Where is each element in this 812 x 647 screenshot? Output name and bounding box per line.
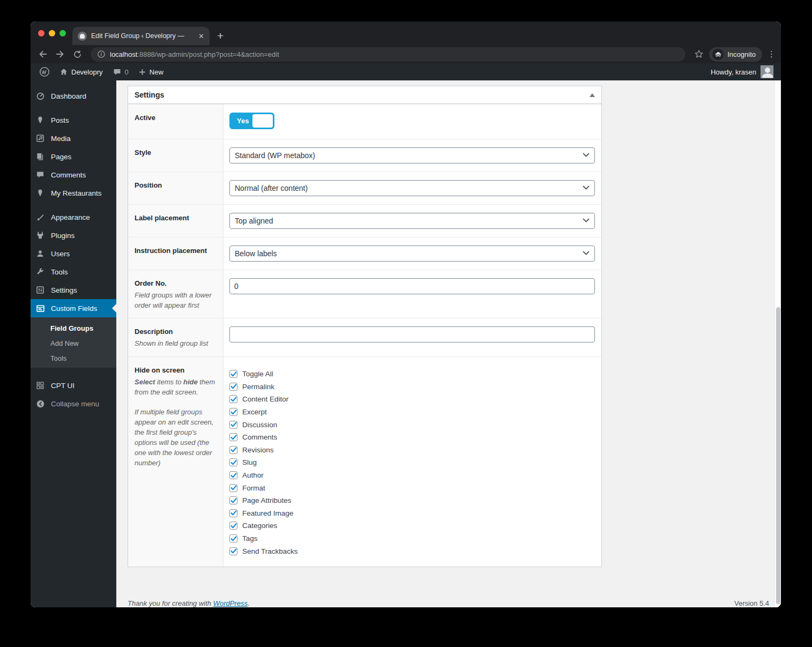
hide-on-screen-options: Toggle All Permalink Content Editor [229,365,595,559]
minimize-window-button[interactable] [49,30,55,36]
hide-option-label: Content Editor [242,395,288,403]
field-label: Label placement [135,214,217,222]
hide-option-row[interactable]: Comments [229,431,595,444]
new-content-button[interactable]: New [134,63,168,80]
howdy-text[interactable]: Howdy, krasen [711,68,756,76]
submenu-tools[interactable]: Tools [31,351,116,366]
checkbox-checked-icon[interactable] [229,534,237,542]
checkbox-checked-icon[interactable] [229,471,237,479]
hide-option-row[interactable]: Featured Image [229,507,595,520]
hide-option-row[interactable]: Format [229,481,595,494]
hide-option-row[interactable]: Excerpt [229,406,595,419]
hide-option-row[interactable]: Toggle All [229,368,595,381]
browser-tab[interactable]: Edit Field Group ‹ Developry — ✕ [72,27,210,45]
sidebar-item-plugins[interactable]: Plugins [31,226,116,244]
submenu-add-new[interactable]: Add New [31,336,116,351]
tab-close-icon[interactable]: ✕ [198,32,204,40]
hide-option-row[interactable]: Revisions [229,444,595,457]
sidebar-item-settings[interactable]: Settings [31,281,116,299]
field-row-style: Style Standard (WP metabox) [128,139,601,172]
hide-option-row[interactable]: Permalink [229,381,595,393]
user-avatar[interactable] [761,65,773,78]
scrollbar-thumb[interactable] [776,307,780,604]
media-icon [35,134,46,143]
hide-option-row[interactable]: Content Editor [229,393,595,406]
checkbox-checked-icon[interactable] [229,496,237,504]
url-bar[interactable]: localhost:8888/wp-admin/post.php?post=4&… [91,47,686,62]
sidebar-item-cpt-ui[interactable]: CPT UI [31,376,116,395]
position-select[interactable]: Normal (after content) [229,180,595,196]
hide-option-row[interactable]: Author [229,469,595,482]
checkbox-checked-icon[interactable] [229,433,237,441]
hide-option-row[interactable]: Discussion [229,418,595,431]
select-value: Below labels [235,249,277,258]
checkbox-checked-icon[interactable] [229,383,237,391]
sidebar-item-pages[interactable]: Pages [31,147,116,166]
plugins-icon [35,231,46,240]
footer-thanks: Thank you for creating with WordPress. [128,599,250,607]
close-window-button[interactable] [38,30,44,36]
hide-option-row[interactable]: Categories [229,519,595,532]
field-row-instruction-placement: Instruction placement Below labels [128,237,601,270]
browser-menu-icon[interactable]: ⋮ [768,49,776,59]
checkbox-checked-icon[interactable] [229,446,237,454]
site-favicon [78,32,87,41]
collapse-arrow-icon [35,399,46,408]
back-icon[interactable] [36,47,50,61]
description-input[interactable] [229,326,595,343]
forward-icon[interactable] [53,47,67,61]
settings-panel-header[interactable]: Settings [128,86,601,104]
checkbox-checked-icon[interactable] [229,522,237,530]
sidebar-item-posts[interactable]: Posts [31,111,116,129]
instruction-placement-select[interactable]: Below labels [229,246,595,262]
screenshot-stage: Edit Field Group ‹ Developry — ✕ + local… [0,0,812,647]
checkbox-checked-icon[interactable] [229,458,237,466]
wp-logo-icon[interactable] [35,63,54,80]
sidebar-item-tools[interactable]: Tools [31,263,116,281]
sidebar-item-my-restaurants[interactable]: My Restaurants [31,184,116,202]
checkbox-checked-icon[interactable] [229,370,237,378]
new-tab-button[interactable]: + [217,30,224,41]
order-input[interactable] [229,278,595,294]
toggle-knob[interactable] [252,114,273,128]
bookmark-star-icon[interactable] [692,47,706,61]
appearance-brush-icon [35,213,46,221]
label-placement-select[interactable]: Top aligned [229,213,595,229]
field-row-position: Position Normal (after content) [128,172,601,204]
sidebar-item-users[interactable]: Users [31,244,116,263]
active-toggle[interactable]: Yes [229,113,274,129]
pushpin-icon [35,116,46,124]
custom-fields-submenu: Field Groups Add New Tools [31,317,116,368]
style-select[interactable]: Standard (WP metabox) [229,147,595,163]
zoom-window-button[interactable] [59,30,66,36]
hide-option-row[interactable]: Slug [229,456,595,469]
browser-tabstrip: Edit Field Group ‹ Developry — ✕ + [31,21,781,45]
sidebar-item-dashboard[interactable]: Dashboard [31,87,116,105]
page-scrollbar[interactable] [774,80,781,607]
checkbox-checked-icon[interactable] [229,395,237,403]
reload-icon[interactable] [70,47,84,61]
plus-icon [138,68,146,76]
collapse-menu-button[interactable]: Collapse menu [31,395,116,413]
hide-option-label: Format [242,484,265,492]
field-description: Field groups with a lower order will app… [135,290,217,310]
sidebar-item-media[interactable]: Media [31,129,116,147]
chevron-down-icon [583,251,590,256]
wordpress-link[interactable]: WordPress [213,599,248,607]
checkbox-checked-icon[interactable] [229,408,237,416]
field-label: Instruction placement [135,247,217,255]
site-link[interactable]: Developry [55,63,107,80]
hide-option-row[interactable]: Page Attributes [229,494,595,507]
checkbox-checked-icon[interactable] [229,547,237,555]
submenu-field-groups[interactable]: Field Groups [31,321,116,336]
checkbox-checked-icon[interactable] [229,484,237,492]
sidebar-item-comments[interactable]: Comments [31,166,116,184]
checkbox-checked-icon[interactable] [229,421,237,429]
sidebar-item-custom-fields[interactable]: Custom Fields [31,299,116,317]
checkbox-checked-icon[interactable] [229,509,237,517]
hide-option-row[interactable]: Tags [229,532,595,545]
sidebar-item-appearance[interactable]: Appearance [31,208,116,226]
collapse-panel-icon[interactable] [590,93,595,97]
comments-shortcut[interactable]: 0 [108,63,133,80]
hide-option-row[interactable]: Send Trackbacks [229,545,595,557]
